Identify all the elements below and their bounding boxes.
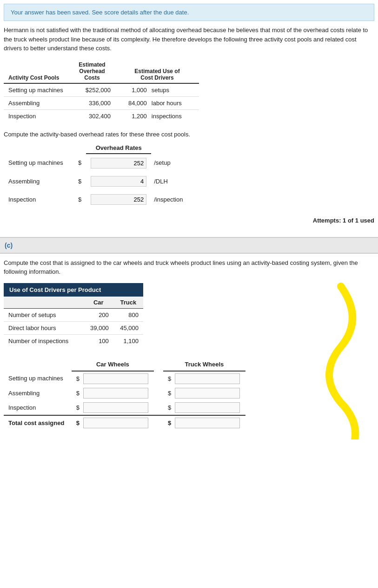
or-dollar: $	[73, 172, 86, 190]
cw-truck-input-cell	[172, 371, 245, 386]
acp-col2-header: EstimatedOverheadCosts	[69, 60, 115, 83]
attempts-label: Attempts: 1 of 1 used	[4, 213, 374, 228]
cw-row: Inspection $ $	[4, 400, 245, 415]
ucd-truck: 800	[113, 308, 143, 321]
or-activity: Inspection	[4, 190, 73, 209]
ucd-truck: 1,100	[113, 334, 143, 347]
cw-car-dollar: $	[72, 400, 80, 415]
ucd-row: Number of setups 200 800	[4, 308, 143, 321]
saved-banner: Your answer has been saved. See score de…	[4, 4, 374, 21]
acp-cost: 302,400	[69, 109, 115, 122]
acp-col3-header: Estimated Use ofCost Drivers	[115, 60, 199, 83]
ucd-row: Number of inspections 100 1,100	[4, 334, 143, 347]
or-input[interactable]	[91, 176, 146, 187]
cw-car-input[interactable]	[83, 402, 148, 413]
or-dollar: $	[73, 154, 86, 172]
cw-truck-header: Truck Wheels	[163, 358, 245, 371]
or-input-cell	[86, 154, 151, 172]
yellow-squiggle-decoration	[304, 282, 364, 439]
compute-text-c: Compute the cost that is assigned to the…	[4, 258, 374, 277]
cw-activity: Inspection	[4, 400, 72, 415]
acp-amount: 84,000	[115, 96, 149, 109]
or-activity: Assembling	[4, 172, 73, 190]
cw-truck-input-cell	[172, 386, 245, 400]
or-header: Overhead Rates	[86, 142, 151, 154]
cw-car-input-cell	[80, 371, 154, 386]
cw-truck-input[interactable]	[175, 373, 240, 384]
acp-cost: 336,000	[69, 96, 115, 109]
ucd-table: Use of Cost Drivers per Product Car Truc…	[4, 283, 143, 347]
cw-truck-input[interactable]	[175, 388, 240, 399]
ucd-header: Use of Cost Drivers per Product	[4, 283, 143, 297]
or-input[interactable]	[91, 194, 146, 205]
cw-total-car-input[interactable]	[83, 418, 148, 428]
cw-truck-dollar: $	[163, 386, 172, 400]
acp-col1-header: Activity Cost Pools	[4, 60, 69, 83]
cw-total-truck-input-cell	[172, 415, 245, 430]
or-table-wrapper: Overhead Rates Setting up machines $ /se…	[4, 142, 374, 209]
acp-activity: Setting up machines	[4, 83, 69, 97]
acp-activity: Assembling	[4, 96, 69, 109]
ucd-label: Number of setups	[4, 308, 84, 321]
acp-row: Setting up machines $252,000 1,000 setup…	[4, 83, 199, 97]
acp-amount: 1,000	[115, 83, 149, 97]
or-row: Inspection $ /inspection	[4, 190, 198, 209]
acp-row: Assembling 336,000 84,000 labor hours	[4, 96, 199, 109]
cw-truck-dollar: $	[163, 400, 172, 415]
or-unit: /DLH	[151, 172, 198, 190]
or-unit: /setup	[151, 154, 198, 172]
cw-activity: Assembling	[4, 386, 72, 400]
ucd-label: Number of inspections	[4, 334, 84, 347]
cw-car-input-cell	[80, 386, 154, 400]
cw-car-header: Car Wheels	[72, 358, 154, 371]
cw-truck-input-cell	[172, 400, 245, 415]
ucd-car: 200	[84, 308, 113, 321]
cw-activity: Setting up machines	[4, 371, 72, 386]
or-row: Assembling $ /DLH	[4, 172, 198, 190]
acp-unit: setups	[149, 83, 199, 97]
cw-row: Setting up machines $ $	[4, 371, 245, 386]
cw-total-truck-dollar: $	[163, 415, 172, 430]
acp-unit: inspections	[149, 109, 199, 122]
cw-total-truck-input[interactable]	[175, 418, 240, 428]
ucd-car-header: Car	[84, 297, 113, 309]
acp-activity: Inspection	[4, 109, 69, 122]
acp-table: Activity Cost Pools EstimatedOverheadCos…	[4, 60, 199, 122]
cw-table: Car Wheels Truck Wheels Setting up machi…	[4, 358, 245, 430]
cw-total-car-input-cell	[80, 415, 154, 430]
ucd-label: Direct labor hours	[4, 321, 84, 334]
acp-amount: 1,200	[115, 109, 149, 122]
ucd-table-wrapper: Use of Cost Drivers per Product Car Truc…	[4, 283, 143, 347]
ucd-row: Direct labor hours 39,000 45,000	[4, 321, 143, 334]
section-c-header: (c)	[0, 237, 378, 254]
section-b: Activity Cost Pools EstimatedOverheadCos…	[0, 60, 378, 237]
ucd-car: 100	[84, 334, 113, 347]
or-row: Setting up machines $ /setup	[4, 154, 198, 172]
ucd-truck: 45,000	[113, 321, 143, 334]
ucd-truck-header: Truck	[113, 297, 143, 309]
or-input-cell	[86, 190, 151, 209]
acp-row: Inspection 302,400 1,200 inspections	[4, 109, 199, 122]
intro-text: Hermann is not satisfied with the tradit…	[4, 26, 374, 53]
or-input-cell	[86, 172, 151, 190]
acp-unit: labor hours	[149, 96, 199, 109]
ucd-car: 39,000	[84, 321, 113, 334]
or-dollar: $	[73, 190, 86, 209]
cw-total-car-dollar: $	[72, 415, 80, 430]
or-input[interactable]	[91, 158, 146, 169]
acp-cost: $252,000	[69, 83, 115, 97]
cw-car-input[interactable]	[83, 373, 148, 384]
or-activity: Setting up machines	[4, 154, 73, 172]
cw-truck-input[interactable]	[175, 402, 240, 413]
cw-car-input-cell	[80, 400, 154, 415]
cw-total-label: Total cost assigned	[4, 415, 72, 430]
cw-total-row: Total cost assigned $ $	[4, 415, 245, 430]
compute-text: Compute the activity-based overhead rate…	[4, 131, 374, 138]
cw-row: Assembling $ $	[4, 386, 245, 400]
cw-car-dollar: $	[72, 386, 80, 400]
or-unit: /inspection	[151, 190, 198, 209]
or-table: Overhead Rates Setting up machines $ /se…	[4, 142, 198, 209]
cw-car-input[interactable]	[83, 388, 148, 399]
section-c: Compute the cost that is assigned to the…	[0, 254, 378, 439]
acp-table-wrapper: Activity Cost Pools EstimatedOverheadCos…	[4, 60, 374, 122]
